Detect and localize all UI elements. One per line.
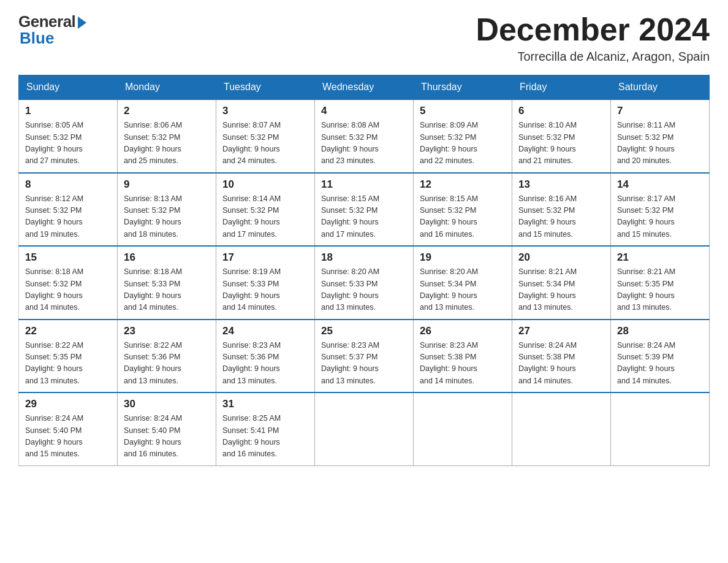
day-of-week-header: Friday <box>512 75 611 100</box>
day-of-week-header: Sunday <box>19 75 118 100</box>
calendar-day-cell <box>414 393 512 465</box>
calendar-day-cell: 31 Sunrise: 8:25 AM Sunset: 5:41 PM Dayl… <box>216 393 315 465</box>
day-info: Sunrise: 8:24 AM Sunset: 5:38 PM Dayligh… <box>518 340 604 388</box>
day-info: Sunrise: 8:10 AM Sunset: 5:32 PM Dayligh… <box>518 120 604 167</box>
page-header: General Blue December 2024 Torrecilla de… <box>18 12 710 64</box>
day-info: Sunrise: 8:23 AM Sunset: 5:37 PM Dayligh… <box>321 340 407 388</box>
calendar-day-cell: 28 Sunrise: 8:24 AM Sunset: 5:39 PM Dayl… <box>611 320 710 393</box>
day-info: Sunrise: 8:22 AM Sunset: 5:36 PM Dayligh… <box>124 340 210 388</box>
calendar-day-cell <box>512 393 611 465</box>
day-info: Sunrise: 8:24 AM Sunset: 5:40 PM Dayligh… <box>25 413 111 461</box>
day-number: 28 <box>617 325 703 337</box>
day-number: 30 <box>124 398 210 410</box>
day-number: 14 <box>617 178 703 191</box>
calendar-day-cell: 30 Sunrise: 8:24 AM Sunset: 5:40 PM Dayl… <box>118 393 216 465</box>
day-number: 9 <box>124 178 210 191</box>
calendar-day-cell: 25 Sunrise: 8:23 AM Sunset: 5:37 PM Dayl… <box>315 320 414 393</box>
calendar-day-cell: 5 Sunrise: 8:09 AM Sunset: 5:32 PM Dayli… <box>414 99 512 173</box>
title-block: December 2024 Torrecilla de Alcaniz, Ara… <box>476 12 710 64</box>
day-number: 20 <box>518 251 604 264</box>
calendar-day-cell: 20 Sunrise: 8:21 AM Sunset: 5:34 PM Dayl… <box>512 246 611 320</box>
calendar-day-cell: 4 Sunrise: 8:08 AM Sunset: 5:32 PM Dayli… <box>315 99 414 173</box>
calendar-day-cell: 23 Sunrise: 8:22 AM Sunset: 5:36 PM Dayl… <box>118 320 216 393</box>
calendar-day-cell <box>611 393 710 465</box>
day-number: 29 <box>25 398 111 410</box>
day-info: Sunrise: 8:14 AM Sunset: 5:32 PM Dayligh… <box>222 193 308 241</box>
day-info: Sunrise: 8:05 AM Sunset: 5:32 PM Dayligh… <box>25 120 111 167</box>
day-info: Sunrise: 8:11 AM Sunset: 5:32 PM Dayligh… <box>617 120 703 167</box>
day-number: 23 <box>124 325 210 337</box>
day-number: 19 <box>420 251 506 264</box>
day-info: Sunrise: 8:24 AM Sunset: 5:40 PM Dayligh… <box>124 413 210 461</box>
day-number: 31 <box>222 398 308 410</box>
day-number: 11 <box>321 178 407 191</box>
day-number: 1 <box>25 105 111 117</box>
day-number: 21 <box>617 251 703 264</box>
day-number: 4 <box>321 105 407 117</box>
day-info: Sunrise: 8:15 AM Sunset: 5:32 PM Dayligh… <box>321 193 407 241</box>
day-number: 16 <box>124 251 210 264</box>
day-number: 5 <box>420 105 506 117</box>
month-year-title: December 2024 <box>476 12 710 47</box>
day-of-week-header: Saturday <box>611 75 710 100</box>
calendar-day-cell: 18 Sunrise: 8:20 AM Sunset: 5:33 PM Dayl… <box>315 246 414 320</box>
day-info: Sunrise: 8:19 AM Sunset: 5:33 PM Dayligh… <box>222 266 308 314</box>
calendar-day-cell: 26 Sunrise: 8:23 AM Sunset: 5:38 PM Dayl… <box>414 320 512 393</box>
day-info: Sunrise: 8:09 AM Sunset: 5:32 PM Dayligh… <box>420 120 506 167</box>
day-info: Sunrise: 8:23 AM Sunset: 5:36 PM Dayligh… <box>222 340 308 388</box>
day-number: 17 <box>222 251 308 264</box>
calendar-day-cell: 19 Sunrise: 8:20 AM Sunset: 5:34 PM Dayl… <box>414 246 512 320</box>
logo-arrow-icon <box>78 17 86 29</box>
calendar-day-cell: 9 Sunrise: 8:13 AM Sunset: 5:32 PM Dayli… <box>118 173 216 247</box>
calendar-day-cell: 2 Sunrise: 8:06 AM Sunset: 5:32 PM Dayli… <box>118 99 216 173</box>
day-number: 27 <box>518 325 604 337</box>
calendar-day-cell: 7 Sunrise: 8:11 AM Sunset: 5:32 PM Dayli… <box>611 99 710 173</box>
logo: General Blue <box>18 12 86 48</box>
calendar-day-cell: 22 Sunrise: 8:22 AM Sunset: 5:35 PM Dayl… <box>19 320 118 393</box>
day-number: 8 <box>25 178 111 191</box>
day-info: Sunrise: 8:20 AM Sunset: 5:34 PM Dayligh… <box>420 266 506 314</box>
calendar-day-cell: 16 Sunrise: 8:18 AM Sunset: 5:33 PM Dayl… <box>118 246 216 320</box>
calendar-day-cell: 12 Sunrise: 8:15 AM Sunset: 5:32 PM Dayl… <box>414 173 512 247</box>
calendar-day-cell: 21 Sunrise: 8:21 AM Sunset: 5:35 PM Dayl… <box>611 246 710 320</box>
day-info: Sunrise: 8:21 AM Sunset: 5:35 PM Dayligh… <box>617 266 703 314</box>
calendar-week-row: 8 Sunrise: 8:12 AM Sunset: 5:32 PM Dayli… <box>19 173 710 247</box>
calendar-day-cell: 27 Sunrise: 8:24 AM Sunset: 5:38 PM Dayl… <box>512 320 611 393</box>
day-info: Sunrise: 8:18 AM Sunset: 5:32 PM Dayligh… <box>25 266 111 314</box>
day-number: 2 <box>124 105 210 117</box>
day-info: Sunrise: 8:13 AM Sunset: 5:32 PM Dayligh… <box>124 193 210 241</box>
day-info: Sunrise: 8:07 AM Sunset: 5:32 PM Dayligh… <box>222 120 308 167</box>
day-number: 10 <box>222 178 308 191</box>
day-number: 13 <box>518 178 604 191</box>
day-info: Sunrise: 8:17 AM Sunset: 5:32 PM Dayligh… <box>617 193 703 241</box>
calendar-day-cell: 11 Sunrise: 8:15 AM Sunset: 5:32 PM Dayl… <box>315 173 414 247</box>
day-info: Sunrise: 8:06 AM Sunset: 5:32 PM Dayligh… <box>124 120 210 167</box>
calendar-day-cell: 13 Sunrise: 8:16 AM Sunset: 5:32 PM Dayl… <box>512 173 611 247</box>
calendar-day-cell: 17 Sunrise: 8:19 AM Sunset: 5:33 PM Dayl… <box>216 246 315 320</box>
day-info: Sunrise: 8:21 AM Sunset: 5:34 PM Dayligh… <box>518 266 604 314</box>
day-number: 15 <box>25 251 111 264</box>
calendar-week-row: 22 Sunrise: 8:22 AM Sunset: 5:35 PM Dayl… <box>19 320 710 393</box>
day-number: 25 <box>321 325 407 337</box>
logo-blue-text: Blue <box>20 29 54 48</box>
day-number: 22 <box>25 325 111 337</box>
calendar-day-cell: 10 Sunrise: 8:14 AM Sunset: 5:32 PM Dayl… <box>216 173 315 247</box>
day-number: 3 <box>222 105 308 117</box>
day-number: 18 <box>321 251 407 264</box>
calendar-day-cell: 24 Sunrise: 8:23 AM Sunset: 5:36 PM Dayl… <box>216 320 315 393</box>
location-subtitle: Torrecilla de Alcaniz, Aragon, Spain <box>476 50 710 64</box>
calendar-day-cell: 6 Sunrise: 8:10 AM Sunset: 5:32 PM Dayli… <box>512 99 611 173</box>
day-info: Sunrise: 8:12 AM Sunset: 5:32 PM Dayligh… <box>25 193 111 241</box>
day-number: 24 <box>222 325 308 337</box>
calendar-day-cell: 8 Sunrise: 8:12 AM Sunset: 5:32 PM Dayli… <box>19 173 118 247</box>
calendar-day-cell <box>315 393 414 465</box>
calendar-week-row: 1 Sunrise: 8:05 AM Sunset: 5:32 PM Dayli… <box>19 99 710 173</box>
calendar-day-cell: 15 Sunrise: 8:18 AM Sunset: 5:32 PM Dayl… <box>19 246 118 320</box>
calendar-day-cell: 3 Sunrise: 8:07 AM Sunset: 5:32 PM Dayli… <box>216 99 315 173</box>
day-number: 6 <box>518 105 604 117</box>
day-info: Sunrise: 8:15 AM Sunset: 5:32 PM Dayligh… <box>420 193 506 241</box>
calendar-header-row: SundayMondayTuesdayWednesdayThursdayFrid… <box>19 75 710 100</box>
calendar-day-cell: 1 Sunrise: 8:05 AM Sunset: 5:32 PM Dayli… <box>19 99 118 173</box>
day-of-week-header: Monday <box>118 75 216 100</box>
day-number: 12 <box>420 178 506 191</box>
